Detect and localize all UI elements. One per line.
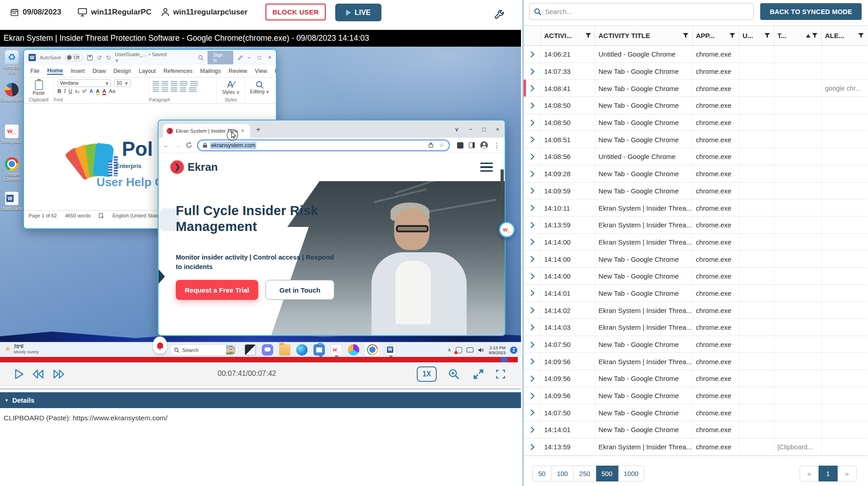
expand-chevron-icon[interactable] [524,353,541,370]
activity-row[interactable]: 14:08:50New Tab - Google Chromechrome.ex… [524,114,868,131]
filter-icon[interactable] [585,33,591,38]
filter-icon[interactable] [683,33,689,38]
desktop-icon-label: Workplace [1,139,23,144]
settings-wrench-icon[interactable] [493,9,505,21]
playback-timeline[interactable] [0,357,518,362]
activity-row[interactable]: 14:13:59Ekran System | Insider Threa...c… [524,438,868,456]
filter-icon[interactable] [729,33,735,38]
expand-chevron-icon[interactable] [524,319,541,336]
activity-row[interactable]: 14:08:50New Tab - Google Chromechrome.ex… [524,97,868,114]
cell-alert [822,370,868,387]
fullscreen-button[interactable] [495,368,506,380]
header-activity-time[interactable]: ACTIVI... [541,26,595,45]
activity-row[interactable]: 14:09:56Ekran System | Insider Threa...c… [524,353,868,370]
cell-text [774,404,822,421]
expand-chevron-icon[interactable] [524,404,541,421]
activity-row[interactable]: 14:08:51New Tab - Google Chromechrome.ex… [524,131,868,148]
expand-chevron-icon[interactable] [524,148,541,165]
details-header[interactable]: ▼ Details [0,392,521,408]
proofing-icon [99,213,104,218]
cell-activity-time: 14:07:50 [541,336,595,353]
fit-screen-button[interactable] [472,368,485,380]
expand-chevron-icon[interactable] [524,302,541,319]
playback-screen[interactable]: ♻Recycle BinEkranSyste...w_WorkplaceGoog… [0,47,521,357]
expand-chevron-icon[interactable] [524,131,541,148]
activity-row[interactable]: 14:08:56Untitled - Google Chromechrome.e… [524,148,868,165]
header-url[interactable]: U... [739,26,774,45]
live-button[interactable]: LIVE [335,4,381,21]
pencil-icon [237,55,243,61]
page-size-500[interactable]: 500 [596,466,618,481]
filter-icon[interactable] [812,33,818,38]
expand-chevron-icon[interactable] [524,46,541,63]
activity-row[interactable]: 14:09:28New Tab - Google Chromechrome.ex… [524,165,868,183]
activity-row[interactable]: 14:14:01New Tab - Google Chromechrome.ex… [524,285,868,302]
expand-chevron-icon[interactable] [524,268,541,285]
activity-row[interactable]: 14:14:01New Tab - Google Chromechrome.ex… [524,421,868,438]
expand-chevron-icon[interactable] [524,199,541,217]
expand-chevron-icon[interactable] [524,336,541,353]
prev-page-button[interactable]: « [800,466,819,481]
header-alerts[interactable]: ALE... [822,26,868,45]
back-to-synced-mode-button[interactable]: BACK TO SYNCED MODE [760,3,862,20]
timeline-scrubber[interactable] [501,357,507,362]
activity-row[interactable]: 14:14:03Ekran System | Insider Threa...c… [524,319,868,336]
expand-chevron-icon[interactable] [524,114,541,131]
page-size-50[interactable]: 50 [532,466,551,481]
play-button[interactable] [13,368,24,380]
activity-row[interactable]: 14:09:56New Tab - Google Chromechrome.ex… [524,370,868,387]
expand-chevron-icon[interactable] [524,63,541,80]
expand-chevron-icon[interactable] [524,183,541,200]
header-activity-title[interactable]: ACTIVITY TITLE [595,26,693,45]
expand-chevron-icon[interactable] [524,165,541,183]
filter-icon[interactable] [764,33,770,38]
word-ribbon-tabs: FileHomeInsertDrawDesignLayoutReferences… [24,65,276,77]
player-controls: 00:07:41/00:07:42 1X [0,362,521,386]
playback-speed-button[interactable]: 1X [417,366,437,382]
activity-row[interactable]: 14:13:59Ekran System | Insider Threa...c… [524,217,868,234]
expand-chevron-icon[interactable] [524,421,541,438]
activity-search[interactable] [529,3,754,20]
activity-row[interactable]: 14:08:41New Tab - Google Chromechrome.ex… [524,80,868,97]
cell-application: chrome.exe [693,63,739,80]
next-page-button[interactable]: » [838,466,857,481]
expand-chevron-icon[interactable] [524,250,541,268]
expand-chevron-icon[interactable] [524,370,541,387]
rewind-button[interactable] [32,368,44,380]
expand-chevron-icon[interactable] [524,438,541,456]
activity-row[interactable]: 14:14:02Ekran System | Insider Threa...c… [524,302,868,319]
expand-chevron-icon[interactable] [524,234,541,251]
expand-chevron-icon[interactable] [524,387,541,404]
cell-application: chrome.exe [693,234,739,251]
block-user-button[interactable]: BLOCK USER [265,4,326,20]
activity-row[interactable]: 14:14:00New Tab - Google Chromechrome.ex… [524,250,868,268]
word-tab-file: File [30,68,39,74]
header-application[interactable]: APP... [693,26,739,45]
expand-chevron-icon[interactable] [524,97,541,114]
filter-icon[interactable] [858,33,864,38]
details-title: Details [12,396,34,404]
expand-chevron-icon[interactable] [524,217,541,234]
page-size-100[interactable]: 100 [551,466,574,481]
activity-row[interactable]: 14:09:59New Tab - Google Chromechrome.ex… [524,183,868,200]
minimize-icon: − [247,54,251,61]
expand-chevron-icon[interactable] [524,80,541,97]
activity-row[interactable]: 14:09:56New Tab - Google Chromechrome.ex… [524,387,868,404]
profile-avatar [480,141,488,149]
current-page-button[interactable]: 1 [819,466,838,481]
cell-alert [822,404,868,421]
page-size-250[interactable]: 250 [574,466,596,481]
header-text[interactable]: T... [774,26,822,45]
activity-row[interactable]: 14:10:11Ekran System | Insider Threa...c… [524,199,868,217]
page-size-1000[interactable]: 1000 [618,466,644,481]
activity-row[interactable]: 14:14:00Ekran System | Insider Threa...c… [524,234,868,251]
fast-forward-button[interactable] [53,368,65,380]
activity-row[interactable]: 14:07:50New Tab - Google Chromechrome.ex… [524,336,868,353]
expand-chevron-icon[interactable] [524,285,541,302]
zoom-in-button[interactable] [448,368,460,380]
activity-row[interactable]: 14:06:21Untitled - Google Chromechrome.e… [524,46,868,63]
activity-row[interactable]: 14:14:00New Tab - Google Chromechrome.ex… [524,268,868,285]
search-input[interactable] [545,8,749,15]
activity-row[interactable]: 14:07:50New Tab - Google Chromechrome.ex… [524,404,868,421]
activity-row[interactable]: 14:07:33New Tab - Google Chromechrome.ex… [524,63,868,80]
